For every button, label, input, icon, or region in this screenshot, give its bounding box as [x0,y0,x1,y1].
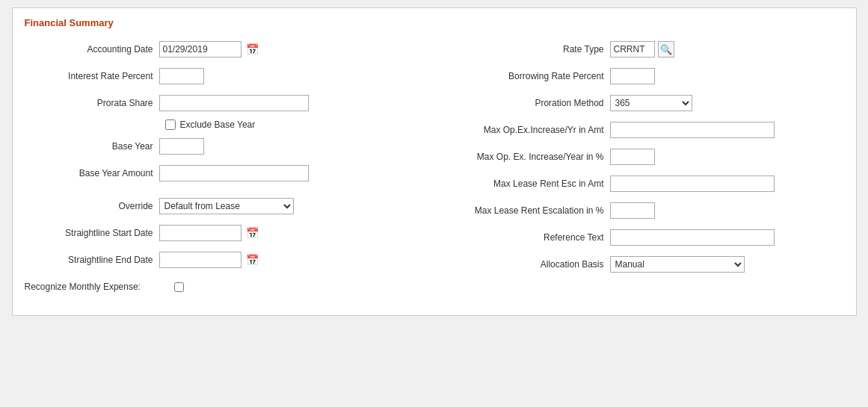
financial-summary-panel: Financial Summary Accounting Date 01/29/… [12,7,857,316]
straightline-end-wrap: 📅 [159,252,261,268]
accounting-date-input[interactable]: 01/29/2019 [159,41,241,58]
right-column: Rate Type CRRNT 🔍 Borrowing Rate Percent… [446,39,844,303]
allocation-basis-select[interactable]: Manual Square Feet Headcount [610,256,745,273]
base-year-amount-label: Base Year Amount [25,168,159,178]
interest-rate-input[interactable] [159,68,204,84]
straightline-end-calendar-icon[interactable]: 📅 [244,252,261,268]
override-select[interactable]: Default from Lease Override [159,198,294,214]
override-label: Override [25,201,159,211]
prorata-share-input[interactable] [159,95,309,111]
max-lease-rent-pct-label: Max Lease Rent Escalation in % [446,205,610,216]
interest-rate-row: Interest Rate Percent [25,66,423,87]
proration-method-select[interactable]: 365 360 Actual [610,95,692,111]
rate-type-wrap: CRRNT 🔍 [610,41,674,58]
accounting-date-label: Accounting Date [25,44,159,55]
allocation-basis-row: Allocation Basis Manual Square Feet Head… [446,254,844,275]
proration-method-row: Proration Method 365 360 Actual [446,93,844,114]
straightline-start-label: Straightline Start Date [25,228,159,238]
base-year-row: Base Year [25,136,423,157]
exclude-base-year-row: Exclude Base Year [25,119,423,130]
max-opex-amt-label: Max Op.Ex.Increase/Yr in Amt [446,125,610,135]
reference-text-input[interactable] [610,229,775,246]
reference-text-label: Reference Text [446,232,610,243]
max-opex-amt-input[interactable] [610,122,775,138]
rate-type-label: Rate Type [446,44,610,55]
interest-rate-label: Interest Rate Percent [25,71,159,81]
straightline-start-wrap: 📅 [159,225,261,241]
straightline-end-label: Straightline End Date [25,255,159,265]
reference-text-row: Reference Text [446,227,844,248]
exclude-base-year-checkbox[interactable] [165,119,176,130]
base-year-label: Base Year [25,141,159,152]
max-lease-rent-pct-row: Max Lease Rent Escalation in % [446,200,844,221]
accounting-date-wrap: 01/29/2019 📅 [159,41,261,58]
accounting-date-row: Accounting Date 01/29/2019 📅 [25,39,423,60]
base-year-amount-row: Base Year Amount [25,163,423,184]
prorata-share-label: Prorata Share [25,98,159,108]
rate-type-input[interactable]: CRRNT [610,41,655,58]
rate-type-row: Rate Type CRRNT 🔍 [446,39,844,60]
left-column: Accounting Date 01/29/2019 📅 Interest Ra… [25,39,423,303]
prorata-share-row: Prorata Share [25,93,423,114]
base-year-input[interactable] [159,138,204,155]
proration-method-label: Proration Method [446,98,610,108]
borrowing-rate-row: Borrowing Rate Percent [446,66,844,87]
max-lease-rent-amt-row: Max Lease Rent Esc in Amt [446,173,844,194]
max-lease-rent-pct-input[interactable] [610,202,655,219]
straightline-start-row: Straightline Start Date 📅 [25,223,423,243]
max-opex-pct-label: Max Op. Ex. Increase/Year in % [446,152,610,162]
straightline-start-calendar-icon[interactable]: 📅 [244,225,261,241]
recognize-checkbox[interactable] [174,282,184,292]
recognize-label: Recognize Monthly Expense: [25,282,174,292]
max-lease-rent-amt-input[interactable] [610,175,775,192]
panel-title: Financial Summary [25,17,844,28]
exclude-base-year-label: Exclude Base Year [180,119,256,130]
borrowing-rate-input[interactable] [610,68,655,84]
base-year-amount-input[interactable] [159,165,309,181]
recognize-row: Recognize Monthly Expense: [25,276,423,297]
form-grid: Accounting Date 01/29/2019 📅 Interest Ra… [25,39,844,303]
max-opex-pct-input[interactable] [610,149,655,165]
accounting-date-calendar-icon[interactable]: 📅 [244,41,261,58]
straightline-end-input[interactable] [159,252,241,268]
max-opex-amt-row: Max Op.Ex.Increase/Yr in Amt [446,119,844,140]
rate-type-search-icon[interactable]: 🔍 [658,41,674,58]
max-lease-rent-amt-label: Max Lease Rent Esc in Amt [446,178,610,189]
straightline-start-input[interactable] [159,225,241,241]
borrowing-rate-label: Borrowing Rate Percent [446,71,610,81]
override-row: Override Default from Lease Override [25,196,423,217]
allocation-basis-label: Allocation Basis [446,259,610,270]
max-opex-pct-row: Max Op. Ex. Increase/Year in % [446,146,844,167]
straightline-end-row: Straightline End Date 📅 [25,249,423,270]
